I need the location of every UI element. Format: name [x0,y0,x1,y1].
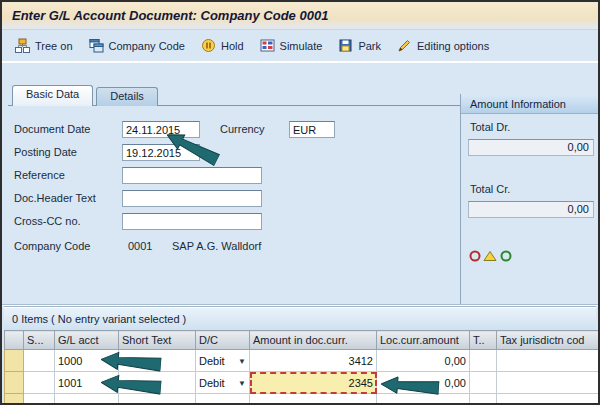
currency-field[interactable] [289,121,335,138]
reference-label: Reference [14,169,65,181]
page-title: Enter G/L Account Document: Company Code… [12,8,328,23]
row-1-dc-value: Debit [199,355,225,367]
col-gl-acct[interactable]: G/L acct [55,331,119,350]
reference-field[interactable] [122,167,262,184]
hold-icon [201,38,216,53]
hold-button[interactable]: Hold [193,34,252,57]
row-3-t-cell[interactable] [470,394,497,405]
item-row-3 [5,394,600,405]
col-status[interactable]: S... [24,331,55,350]
total-cr-label: Total Cr. [470,183,510,195]
items-header-row: S... G/L acct Short Text D/C Amount in d… [5,331,600,350]
tree-on-button[interactable]: Tree on [7,34,81,57]
row-3-selector-cell[interactable] [5,394,24,405]
annotation-arrow-amount-2345 [380,374,439,398]
col-t[interactable]: T.. [470,331,497,350]
row-1-t-cell[interactable] [470,350,497,372]
total-dr-label: Total Dr. [470,121,510,133]
total-dr-field: 0,00 [468,139,594,156]
tree-on-label: Tree on [35,40,73,52]
pencil-icon [397,38,412,53]
doc-header-text-field[interactable] [122,190,262,207]
company-code-button[interactable]: Company Code [81,34,193,57]
tree-icon [15,38,30,53]
row-1-loc-amount-cell[interactable]: 0,00 [377,350,470,372]
yellow-triangle-icon [484,252,496,261]
dropdown-icon[interactable]: ▼ [238,357,246,366]
items-table: S... G/L acct Short Text D/C Amount in d… [4,330,600,405]
currency-label: Currency [220,123,265,135]
row-2-dc-select[interactable]: ▼ Debit [196,372,250,394]
status-lights [468,249,514,263]
company-code-form-label: Company Code [14,240,90,252]
tab-details[interactable]: Details [96,87,158,106]
row-1-dc-select[interactable]: ▼ Debit [196,350,250,372]
sap-window: Enter G/L Account Document: Company Code… [0,0,600,405]
green-circle-icon [502,252,511,261]
col-selector[interactable] [5,331,24,350]
row-2-dc-value: Debit [199,377,225,389]
park-label: Park [358,40,381,52]
row-2-t-cell[interactable] [470,372,497,394]
tab-strip: Basic Data Details [12,85,161,106]
dropdown-icon[interactable]: ▼ [238,379,246,388]
posting-date-label: Posting Date [14,146,77,158]
application-toolbar: Tree on Company Code Hold Simulate Park [2,30,598,63]
tab-details-label: Details [110,90,144,102]
editing-options-label: Editing options [417,40,489,52]
panel-divider [460,94,461,306]
simulate-icon [260,38,275,53]
col-amount-doc-curr[interactable]: Amount in doc.curr. [250,331,377,350]
row-2-selector-cell[interactable] [5,372,24,394]
row-3-status-cell[interactable] [24,394,55,405]
row-1-status-cell[interactable] [24,350,55,372]
document-date-label: Document Date [14,123,90,135]
col-loc-curr-amount[interactable]: Loc.curr.amount [377,331,470,350]
company-code-icon [89,38,104,53]
cross-cc-label: Cross-CC no. [14,215,81,227]
park-button[interactable]: Park [330,34,389,57]
row-1-selector-cell[interactable] [5,350,24,372]
row-1-amount-cell[interactable]: 3412 [250,350,377,372]
title-bar: Enter G/L Account Document: Company Code… [2,2,598,30]
company-code-value: 0001 [128,240,152,252]
col-short-text[interactable]: Short Text [119,331,196,350]
row-2-tax-cell[interactable] [497,372,600,394]
park-icon [338,38,353,53]
company-code-label: Company Code [109,40,185,52]
simulate-button[interactable]: Simulate [252,34,331,57]
hold-label: Hold [221,40,244,52]
editing-options-button[interactable]: Editing options [389,34,497,57]
row-2-amount-cell[interactable]: 2345 [250,372,377,394]
tab-basic-data[interactable]: Basic Data [12,85,93,106]
tab-basic-data-label: Basic Data [26,88,79,100]
company-name-text: SAP A.G. Walldorf [172,240,261,252]
col-dc[interactable]: D/C [196,331,250,350]
item-row-2: 1001 ▼ Debit 2345 0,00 [5,372,600,394]
doc-header-text-label: Doc.Header Text [14,192,96,204]
red-circle-icon [471,252,480,261]
items-summary-text: 0 Items ( No entry variant selected ) [12,313,186,325]
items-summary-bar: 0 Items ( No entry variant selected ) [4,306,596,330]
cross-cc-field[interactable] [122,213,262,230]
row-1-tax-cell[interactable] [497,350,600,372]
item-row-1: 1000 ▼ Debit 3412 0,00 [5,350,600,372]
row-2-status-cell[interactable] [24,372,55,394]
row-3-tax-cell[interactable] [497,394,600,405]
row-3-gl-acct-cell[interactable] [55,394,119,405]
row-3-dc-cell[interactable] [196,394,250,405]
amount-information-header: Amount Information [461,95,600,114]
simulate-label: Simulate [280,40,323,52]
row-3-amount-cell[interactable] [250,394,377,405]
col-tax-jurisdiction[interactable]: Tax jurisdictn cod [497,331,600,350]
total-cr-field: 0,00 [468,201,594,218]
